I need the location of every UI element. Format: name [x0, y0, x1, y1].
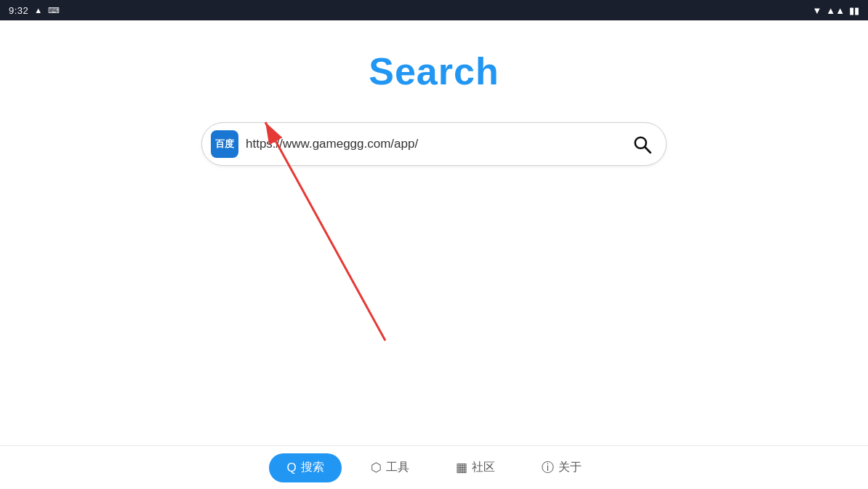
battery-icon: ▮▮ [849, 5, 859, 16]
nav-item-search[interactable]: Q 搜索 [269, 453, 341, 482]
nav-label-about: 关于 [558, 460, 582, 475]
status-time: 9:32 [9, 5, 28, 16]
alert-icon: ▲ [34, 6, 42, 15]
keyboard-icon: ⌨ [48, 6, 60, 15]
nav-label-tools: 工具 [386, 460, 409, 475]
nav-label-search: 搜索 [301, 460, 324, 475]
status-bar-right: ▼ ▲▲ ▮▮ [812, 5, 859, 16]
nav-label-community: 社区 [472, 460, 495, 475]
nav-item-about[interactable]: ⓘ 关于 [518, 446, 605, 489]
main-content: Search 百度 [0, 20, 868, 445]
search-input[interactable] [246, 137, 627, 151]
wifi-icon: ▼ [812, 5, 821, 16]
status-bar-left: 9:32 ▲ ⌨ [9, 5, 60, 16]
nav-item-community[interactable]: ▦ 社区 [433, 446, 518, 489]
svg-line-1 [645, 147, 651, 153]
search-icon [632, 134, 652, 154]
status-bar: 9:32 ▲ ⌨ ▼ ▲▲ ▮▮ [0, 0, 868, 20]
search-container: 百度 [201, 122, 667, 166]
about-nav-icon: ⓘ [542, 459, 554, 476]
search-button[interactable] [627, 129, 657, 159]
page-title: Search [369, 49, 499, 93]
bottom-nav: Q 搜索 ⬡ 工具 ▦ 社区 ⓘ 关于 [0, 445, 868, 489]
nav-item-tools[interactable]: ⬡ 工具 [347, 446, 433, 489]
tools-nav-icon: ⬡ [371, 460, 382, 475]
community-nav-icon: ▦ [456, 460, 467, 475]
search-nav-icon: Q [286, 461, 296, 475]
signal-icon: ▲▲ [826, 5, 845, 16]
baidu-icon[interactable]: 百度 [211, 130, 238, 158]
